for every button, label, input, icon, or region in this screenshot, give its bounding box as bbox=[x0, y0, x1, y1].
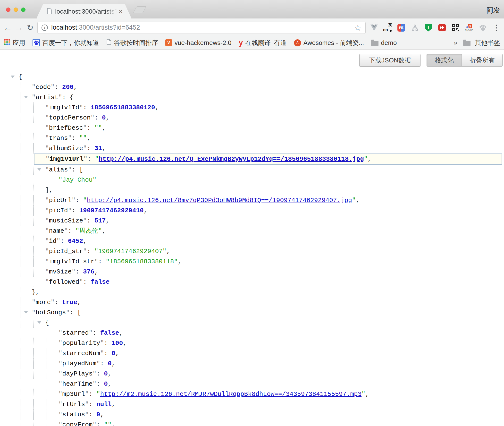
indent-guide bbox=[33, 256, 34, 267]
json-token: , bbox=[83, 238, 87, 245]
fast-forward-extension-icon[interactable] bbox=[438, 23, 446, 32]
json-line: "followed": false bbox=[0, 277, 504, 287]
json-line: "starred": false, bbox=[0, 328, 504, 338]
new-tab-button[interactable] bbox=[133, 6, 146, 13]
extensions-row: 英enFETs5PLAYER⋮ bbox=[370, 23, 500, 32]
collapse-triangle-icon[interactable] bbox=[37, 321, 41, 324]
minimize-window-button[interactable] bbox=[14, 8, 18, 12]
json-token: " bbox=[45, 114, 49, 121]
indent-guide bbox=[20, 216, 20, 226]
json-link[interactable]: http://p4.music.126.net/8mv7qP30Pd3oHW8b… bbox=[87, 197, 352, 204]
fe-extension-icon[interactable]: FE bbox=[397, 23, 405, 32]
bookmarks-overflow-icon[interactable]: » bbox=[454, 39, 457, 47]
json-token: hearTime bbox=[62, 380, 93, 388]
bookmark-item[interactable]: AAwesomes - 前端资... bbox=[294, 39, 364, 47]
json-token: 0 bbox=[104, 370, 108, 377]
indent-guide bbox=[47, 328, 47, 338]
json-token: " bbox=[96, 391, 100, 398]
json-token: : bbox=[72, 207, 79, 214]
reload-button[interactable]: ↻ bbox=[25, 23, 35, 33]
profile-name[interactable]: 阿发 bbox=[487, 6, 500, 15]
indent-guide bbox=[47, 389, 47, 399]
collapse-triangle-icon[interactable] bbox=[24, 311, 28, 314]
other-bookmarks-label[interactable]: 其他书签 bbox=[475, 39, 500, 47]
indent-guide bbox=[20, 102, 20, 113]
translate-extension-icon[interactable]: 英en bbox=[384, 23, 392, 32]
folder-icon bbox=[371, 41, 378, 46]
collapse-triangle-icon[interactable] bbox=[37, 168, 41, 171]
zoom-window-button[interactable] bbox=[21, 8, 25, 12]
json-token: picUrl bbox=[49, 197, 72, 204]
browser-menu-icon[interactable]: ⋮ bbox=[492, 23, 500, 32]
url-path: :3000/artists?id=6452 bbox=[77, 24, 140, 31]
json-line: "starredNum": 0, bbox=[0, 348, 504, 358]
indent-guide bbox=[33, 123, 34, 133]
collapse-triangle-icon[interactable] bbox=[11, 76, 15, 78]
json-token: 200 bbox=[62, 84, 74, 91]
json-token: : bbox=[104, 340, 111, 347]
html5-player-extension-icon[interactable]: s5PLAYER bbox=[465, 23, 473, 32]
bookmark-star-icon[interactable]: ☆ bbox=[354, 24, 361, 32]
json-token: 100 bbox=[111, 340, 123, 347]
bookmark-item[interactable]: 百度一下，你就知道 bbox=[33, 39, 99, 47]
indent-guide bbox=[20, 246, 20, 256]
sitemap-extension-icon[interactable] bbox=[411, 23, 419, 32]
json-token: true bbox=[62, 299, 77, 306]
bookmark-item[interactable]: y在线翻译_有道 bbox=[239, 39, 287, 47]
json-line: ], bbox=[0, 185, 504, 195]
collapse-triangle-icon[interactable] bbox=[24, 96, 28, 98]
bookmark-item[interactable]: demo bbox=[371, 39, 397, 47]
json-link[interactable]: http://p4.music.126.net/Q_ExePNkmgB2yWyL… bbox=[99, 155, 364, 163]
qr-code-extension-icon[interactable] bbox=[452, 23, 460, 32]
json-token: " bbox=[94, 258, 98, 265]
json-token: " bbox=[85, 411, 89, 418]
json-token: 0 bbox=[104, 380, 108, 388]
json-token: " bbox=[92, 421, 96, 426]
json-token: " bbox=[58, 94, 62, 101]
json-token: picId_str bbox=[49, 248, 83, 255]
tab-close-icon[interactable]: × bbox=[117, 7, 125, 16]
json-token: " bbox=[45, 135, 49, 142]
json-token: name bbox=[49, 227, 64, 235]
indent-guide bbox=[33, 216, 34, 226]
json-token: " bbox=[45, 227, 49, 235]
bookmark-item[interactable]: 谷歌按时间排序 bbox=[106, 39, 158, 47]
json-token: , bbox=[100, 411, 104, 418]
indent-guide bbox=[20, 287, 20, 297]
json-token: " bbox=[72, 197, 76, 204]
indent-guide bbox=[33, 143, 34, 153]
indent-guide bbox=[20, 267, 20, 277]
tampermonkey-icon[interactable]: T bbox=[424, 23, 432, 32]
json-token: trans bbox=[49, 135, 68, 142]
json-token: " bbox=[83, 197, 87, 204]
json-link[interactable]: http://m2.music.126.net/RMJR7wDullRqppBk… bbox=[100, 391, 362, 398]
window-controls bbox=[6, 8, 25, 12]
indent-guide bbox=[33, 175, 34, 185]
json-line: "status": 0, bbox=[0, 409, 504, 420]
close-window-button[interactable] bbox=[6, 8, 10, 12]
bookmark-item[interactable]: Vvue-hackernews-2.0 bbox=[165, 39, 231, 47]
json-token: : bbox=[55, 299, 62, 306]
browser-tab[interactable]: localhost:3000/artists?id=645 × bbox=[36, 4, 132, 19]
bookmark-item[interactable]: 应用 bbox=[4, 39, 25, 47]
json-token: "" bbox=[104, 421, 111, 426]
json-token: rtUrls bbox=[62, 401, 85, 408]
json-token: : bbox=[96, 380, 104, 388]
indent-guide bbox=[33, 236, 34, 246]
page-info-icon[interactable]: i bbox=[42, 25, 48, 31]
paw-extension-icon[interactable] bbox=[479, 23, 487, 32]
json-token: : bbox=[55, 84, 62, 91]
json-line: "code": 200, bbox=[0, 82, 504, 92]
address-bar[interactable]: i localhost:3000/artists?id=6452 ☆ bbox=[37, 22, 366, 34]
indent-guide bbox=[33, 369, 34, 379]
json-token: " bbox=[32, 94, 36, 101]
json-token: ], bbox=[45, 187, 53, 194]
indent-guide bbox=[33, 348, 34, 358]
vue-devtools-icon[interactable] bbox=[370, 23, 378, 32]
json-token: " bbox=[84, 155, 87, 163]
forward-button[interactable]: → bbox=[14, 23, 24, 33]
json-token: "" bbox=[79, 135, 87, 142]
json-token: musicSize bbox=[49, 217, 83, 224]
back-button[interactable]: ← bbox=[3, 23, 13, 33]
indent-guide bbox=[20, 123, 20, 133]
